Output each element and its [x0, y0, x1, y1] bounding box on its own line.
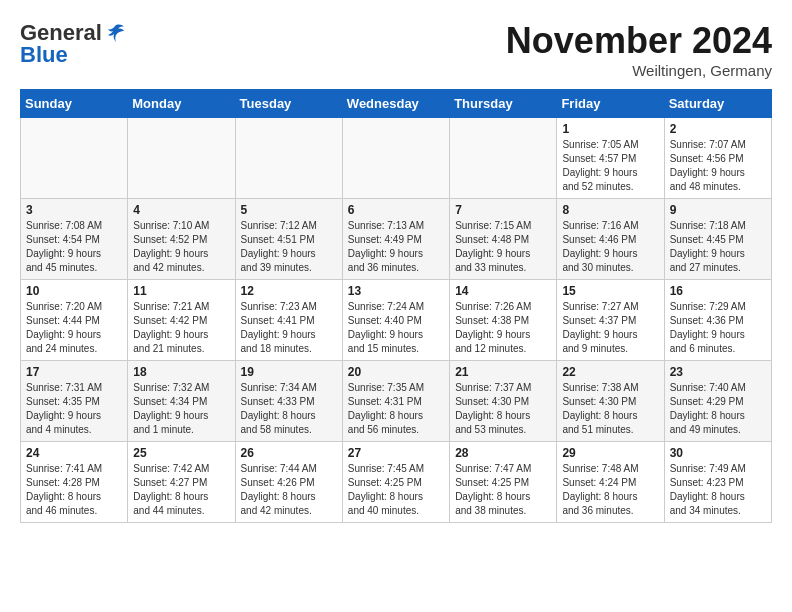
- day-number: 5: [241, 203, 337, 217]
- calendar-cell: 10Sunrise: 7:20 AM Sunset: 4:44 PM Dayli…: [21, 280, 128, 361]
- day-info: Sunrise: 7:34 AM Sunset: 4:33 PM Dayligh…: [241, 381, 337, 437]
- calendar-cell: 20Sunrise: 7:35 AM Sunset: 4:31 PM Dayli…: [342, 361, 449, 442]
- column-header-thursday: Thursday: [450, 90, 557, 118]
- day-number: 17: [26, 365, 122, 379]
- day-number: 4: [133, 203, 229, 217]
- day-number: 16: [670, 284, 766, 298]
- day-info: Sunrise: 7:05 AM Sunset: 4:57 PM Dayligh…: [562, 138, 658, 194]
- column-header-saturday: Saturday: [664, 90, 771, 118]
- day-info: Sunrise: 7:42 AM Sunset: 4:27 PM Dayligh…: [133, 462, 229, 518]
- day-number: 12: [241, 284, 337, 298]
- month-title: November 2024: [506, 20, 772, 62]
- day-info: Sunrise: 7:08 AM Sunset: 4:54 PM Dayligh…: [26, 219, 122, 275]
- logo-blue: Blue: [20, 42, 68, 68]
- location-subtitle: Weiltingen, Germany: [506, 62, 772, 79]
- calendar-cell: 12Sunrise: 7:23 AM Sunset: 4:41 PM Dayli…: [235, 280, 342, 361]
- calendar-cell: 28Sunrise: 7:47 AM Sunset: 4:25 PM Dayli…: [450, 442, 557, 523]
- day-info: Sunrise: 7:27 AM Sunset: 4:37 PM Dayligh…: [562, 300, 658, 356]
- day-info: Sunrise: 7:35 AM Sunset: 4:31 PM Dayligh…: [348, 381, 444, 437]
- day-number: 30: [670, 446, 766, 460]
- calendar-cell: 1Sunrise: 7:05 AM Sunset: 4:57 PM Daylig…: [557, 118, 664, 199]
- calendar-cell: 25Sunrise: 7:42 AM Sunset: 4:27 PM Dayli…: [128, 442, 235, 523]
- column-header-tuesday: Tuesday: [235, 90, 342, 118]
- day-info: Sunrise: 7:45 AM Sunset: 4:25 PM Dayligh…: [348, 462, 444, 518]
- day-info: Sunrise: 7:15 AM Sunset: 4:48 PM Dayligh…: [455, 219, 551, 275]
- day-info: Sunrise: 7:07 AM Sunset: 4:56 PM Dayligh…: [670, 138, 766, 194]
- calendar-cell: 23Sunrise: 7:40 AM Sunset: 4:29 PM Dayli…: [664, 361, 771, 442]
- day-info: Sunrise: 7:31 AM Sunset: 4:35 PM Dayligh…: [26, 381, 122, 437]
- page-header: General Blue November 2024 Weiltingen, G…: [20, 20, 772, 79]
- calendar-cell: 17Sunrise: 7:31 AM Sunset: 4:35 PM Dayli…: [21, 361, 128, 442]
- day-info: Sunrise: 7:24 AM Sunset: 4:40 PM Dayligh…: [348, 300, 444, 356]
- calendar-cell: 15Sunrise: 7:27 AM Sunset: 4:37 PM Dayli…: [557, 280, 664, 361]
- day-number: 21: [455, 365, 551, 379]
- day-number: 22: [562, 365, 658, 379]
- day-number: 3: [26, 203, 122, 217]
- day-number: 8: [562, 203, 658, 217]
- calendar-cell: 16Sunrise: 7:29 AM Sunset: 4:36 PM Dayli…: [664, 280, 771, 361]
- calendar-cell: 5Sunrise: 7:12 AM Sunset: 4:51 PM Daylig…: [235, 199, 342, 280]
- day-info: Sunrise: 7:47 AM Sunset: 4:25 PM Dayligh…: [455, 462, 551, 518]
- day-info: Sunrise: 7:10 AM Sunset: 4:52 PM Dayligh…: [133, 219, 229, 275]
- day-info: Sunrise: 7:23 AM Sunset: 4:41 PM Dayligh…: [241, 300, 337, 356]
- calendar-cell: 30Sunrise: 7:49 AM Sunset: 4:23 PM Dayli…: [664, 442, 771, 523]
- calendar-cell: 11Sunrise: 7:21 AM Sunset: 4:42 PM Dayli…: [128, 280, 235, 361]
- calendar-cell: 22Sunrise: 7:38 AM Sunset: 4:30 PM Dayli…: [557, 361, 664, 442]
- calendar-cell: 18Sunrise: 7:32 AM Sunset: 4:34 PM Dayli…: [128, 361, 235, 442]
- day-info: Sunrise: 7:37 AM Sunset: 4:30 PM Dayligh…: [455, 381, 551, 437]
- calendar-cell: 27Sunrise: 7:45 AM Sunset: 4:25 PM Dayli…: [342, 442, 449, 523]
- day-info: Sunrise: 7:26 AM Sunset: 4:38 PM Dayligh…: [455, 300, 551, 356]
- calendar-week-row: 24Sunrise: 7:41 AM Sunset: 4:28 PM Dayli…: [21, 442, 772, 523]
- column-header-monday: Monday: [128, 90, 235, 118]
- day-number: 27: [348, 446, 444, 460]
- logo-bird-icon: [104, 22, 126, 44]
- day-info: Sunrise: 7:49 AM Sunset: 4:23 PM Dayligh…: [670, 462, 766, 518]
- column-header-wednesday: Wednesday: [342, 90, 449, 118]
- day-info: Sunrise: 7:16 AM Sunset: 4:46 PM Dayligh…: [562, 219, 658, 275]
- day-info: Sunrise: 7:44 AM Sunset: 4:26 PM Dayligh…: [241, 462, 337, 518]
- column-header-friday: Friday: [557, 90, 664, 118]
- calendar-cell: 2Sunrise: 7:07 AM Sunset: 4:56 PM Daylig…: [664, 118, 771, 199]
- day-number: 24: [26, 446, 122, 460]
- calendar-cell: 14Sunrise: 7:26 AM Sunset: 4:38 PM Dayli…: [450, 280, 557, 361]
- day-info: Sunrise: 7:18 AM Sunset: 4:45 PM Dayligh…: [670, 219, 766, 275]
- day-number: 19: [241, 365, 337, 379]
- calendar-cell: 21Sunrise: 7:37 AM Sunset: 4:30 PM Dayli…: [450, 361, 557, 442]
- day-number: 11: [133, 284, 229, 298]
- calendar-cell: 29Sunrise: 7:48 AM Sunset: 4:24 PM Dayli…: [557, 442, 664, 523]
- calendar-cell: [21, 118, 128, 199]
- day-info: Sunrise: 7:40 AM Sunset: 4:29 PM Dayligh…: [670, 381, 766, 437]
- calendar-week-row: 17Sunrise: 7:31 AM Sunset: 4:35 PM Dayli…: [21, 361, 772, 442]
- calendar-cell: 24Sunrise: 7:41 AM Sunset: 4:28 PM Dayli…: [21, 442, 128, 523]
- calendar-week-row: 10Sunrise: 7:20 AM Sunset: 4:44 PM Dayli…: [21, 280, 772, 361]
- calendar-cell: [235, 118, 342, 199]
- day-number: 6: [348, 203, 444, 217]
- column-header-sunday: Sunday: [21, 90, 128, 118]
- day-number: 13: [348, 284, 444, 298]
- day-info: Sunrise: 7:41 AM Sunset: 4:28 PM Dayligh…: [26, 462, 122, 518]
- day-number: 28: [455, 446, 551, 460]
- day-info: Sunrise: 7:21 AM Sunset: 4:42 PM Dayligh…: [133, 300, 229, 356]
- calendar-table: SundayMondayTuesdayWednesdayThursdayFrid…: [20, 89, 772, 523]
- day-info: Sunrise: 7:12 AM Sunset: 4:51 PM Dayligh…: [241, 219, 337, 275]
- calendar-cell: 26Sunrise: 7:44 AM Sunset: 4:26 PM Dayli…: [235, 442, 342, 523]
- day-info: Sunrise: 7:13 AM Sunset: 4:49 PM Dayligh…: [348, 219, 444, 275]
- day-info: Sunrise: 7:32 AM Sunset: 4:34 PM Dayligh…: [133, 381, 229, 437]
- day-number: 7: [455, 203, 551, 217]
- title-section: November 2024 Weiltingen, Germany: [506, 20, 772, 79]
- day-info: Sunrise: 7:20 AM Sunset: 4:44 PM Dayligh…: [26, 300, 122, 356]
- calendar-cell: 3Sunrise: 7:08 AM Sunset: 4:54 PM Daylig…: [21, 199, 128, 280]
- calendar-cell: 6Sunrise: 7:13 AM Sunset: 4:49 PM Daylig…: [342, 199, 449, 280]
- day-number: 15: [562, 284, 658, 298]
- calendar-cell: [128, 118, 235, 199]
- calendar-cell: 9Sunrise: 7:18 AM Sunset: 4:45 PM Daylig…: [664, 199, 771, 280]
- logo: General Blue: [20, 20, 126, 68]
- calendar-cell: 13Sunrise: 7:24 AM Sunset: 4:40 PM Dayli…: [342, 280, 449, 361]
- calendar-cell: [342, 118, 449, 199]
- calendar-cell: 7Sunrise: 7:15 AM Sunset: 4:48 PM Daylig…: [450, 199, 557, 280]
- calendar-cell: 19Sunrise: 7:34 AM Sunset: 4:33 PM Dayli…: [235, 361, 342, 442]
- day-info: Sunrise: 7:38 AM Sunset: 4:30 PM Dayligh…: [562, 381, 658, 437]
- calendar-cell: 4Sunrise: 7:10 AM Sunset: 4:52 PM Daylig…: [128, 199, 235, 280]
- day-number: 20: [348, 365, 444, 379]
- day-info: Sunrise: 7:48 AM Sunset: 4:24 PM Dayligh…: [562, 462, 658, 518]
